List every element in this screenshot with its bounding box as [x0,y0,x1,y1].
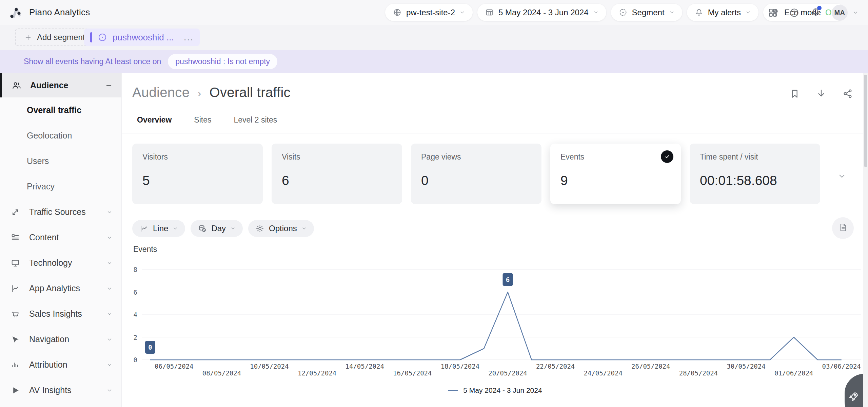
chevron-down-icon [230,226,236,231]
apps-grid-icon[interactable] [768,7,778,18]
segment-color-bar [90,32,92,42]
options-dropdown[interactable]: Options [248,220,314,237]
sidebar-section-sales-insights[interactable]: Sales Insights [0,301,121,327]
granularity-dropdown[interactable]: Day [191,220,243,237]
filter-description: Show all events having At least once on [24,57,161,66]
sidebar-section-audience[interactable]: Audience [0,73,121,97]
tab-overview[interactable]: Overview [137,115,172,128]
sidebar-section-label: Navigation [29,334,69,344]
bell-icon [694,8,704,17]
sidebar-section-technology[interactable]: Technology [0,250,121,276]
x-axis-tick: 18/05/2024 [441,363,479,370]
add-segment-button[interactable]: Add segment [15,29,94,46]
active-segment-chip[interactable]: pushwooshid ... ... [84,29,200,46]
metric-label: Visitors [142,152,253,162]
sidebar-section-attribution[interactable]: Attribution [0,352,121,377]
active-segment-name: pushwooshid ... [113,32,174,43]
add-segment-label: Add segment [37,33,85,42]
x-axis-tick: 06/05/2024 [155,363,193,370]
av-insights-icon [10,386,20,395]
page-actions [789,88,853,99]
sidebar-section-content[interactable]: Content [0,225,121,250]
navigation-icon [10,335,20,344]
vertical-scrollbar[interactable] [863,73,868,407]
x-axis-tick: 16/05/2024 [393,369,432,377]
scrollbar-thumb[interactable] [864,75,867,167]
metric-value: 00:01:58.608 [700,173,810,188]
sidebar-item-users[interactable]: Users [0,148,121,174]
selected-check-icon [661,150,673,163]
attribution-icon [10,360,20,370]
metric-card-page-views[interactable]: Page views0 [411,144,541,204]
people-icon [12,80,22,91]
sidebar-section-label: Traffic Sources [29,207,86,217]
segment-more-menu[interactable]: ... [184,36,194,39]
x-axis-tick: 30/05/2024 [727,363,765,370]
x-axis-tick: 28/05/2024 [679,369,718,377]
tab-level-2-sites[interactable]: Level 2 sites [234,115,277,128]
breadcrumb: Audience › Overall traffic [132,85,291,100]
user-menu[interactable]: MA [832,5,859,21]
x-axis-tick: 20/05/2024 [488,369,527,377]
notifications-bell-icon[interactable] [810,7,821,19]
metric-value: 0 [421,173,531,188]
segment-target-icon [618,8,628,17]
sidebar-item-privacy[interactable]: Privacy [0,174,121,199]
filter-condition-chip[interactable]: pushwooshid : Is not empty [168,54,277,69]
sidebar: Audience Overall trafficGeolocationUsers… [0,73,122,407]
metric-card-visitors[interactable]: Visitors5 [132,144,263,204]
x-axis-tick: 14/05/2024 [346,363,384,370]
traffic-sources-icon [10,207,20,217]
tabs: OverviewSitesLevel 2 sites [137,115,277,128]
share-icon[interactable] [842,88,853,99]
top-right-actions: MA [768,4,859,21]
chevron-down-icon [301,226,307,231]
chart-type-dropdown[interactable]: Line [132,220,185,237]
report-export-button[interactable] [832,217,854,239]
help-icon[interactable] [789,7,800,18]
content-icon [10,233,20,242]
date-range-selector[interactable]: 5 May 2024 - 3 Jun 2024 [477,4,606,21]
breadcrumb-parent[interactable]: Audience [132,85,190,100]
avatar: MA [832,5,848,21]
chevron-down-icon [106,235,113,241]
chevron-down-icon [745,10,751,15]
sidebar-section-traffic-sources[interactable]: Traffic Sources [0,199,121,225]
x-axis-tick: 22/05/2024 [536,363,575,370]
x-axis-tick: 03/06/2024 [822,363,861,370]
sidebar-section-av-insights[interactable]: AV Insights [0,377,121,403]
metric-card-time-spent-visit[interactable]: Time spent / visit00:01:58.608 [690,144,820,204]
chevron-down-icon [173,226,178,231]
metric-card-visits[interactable]: Visits6 [272,144,402,204]
top-bar: Piano Analytics pw-test-site-2 5 May 202… [0,0,868,25]
database-clock-icon [198,224,207,233]
sidebar-sections: Traffic SourcesContentTechnologyApp Anal… [0,199,121,403]
calendar-icon [485,8,494,17]
sidebar-item-geolocation[interactable]: Geolocation [0,123,121,148]
circle-dot-icon [97,32,107,42]
sidebar-section-label: Audience [30,80,68,90]
chevron-down-icon [106,260,113,266]
tab-sites[interactable]: Sites [194,115,211,128]
bookmark-icon[interactable] [789,88,800,99]
download-icon[interactable] [816,88,827,99]
data-point-badge-value: 6 [506,276,510,283]
metric-card-events[interactable]: Events9 [550,144,681,204]
sidebar-section-label: Content [29,233,59,242]
my-alerts-button[interactable]: My alerts [687,4,758,21]
site-selector[interactable]: pw-test-site-2 [385,4,473,21]
y-axis-tick-4: 4 [134,311,137,318]
metric-label: Page views [421,152,531,162]
chart-type-value: Line [153,224,168,233]
sidebar-section-navigation[interactable]: Navigation [0,327,121,352]
x-axis-tick: 10/05/2024 [250,363,289,370]
filter-ribbon: Show all events having At least once on … [0,50,868,73]
sales-insights-icon [10,309,20,319]
segment-selector[interactable]: Segment [611,4,682,21]
chart-legend: 5 May 2024 - 3 Jun 2024 [122,386,868,394]
sidebar-item-overall-traffic[interactable]: Overall traffic [0,97,121,123]
metrics-expand-chevron-icon[interactable] [837,172,846,181]
sidebar-audience-subitems: Overall trafficGeolocationUsersPrivacy [0,97,121,199]
metric-label: Events [560,152,671,162]
sidebar-section-app-analytics[interactable]: App Analytics [0,276,121,301]
